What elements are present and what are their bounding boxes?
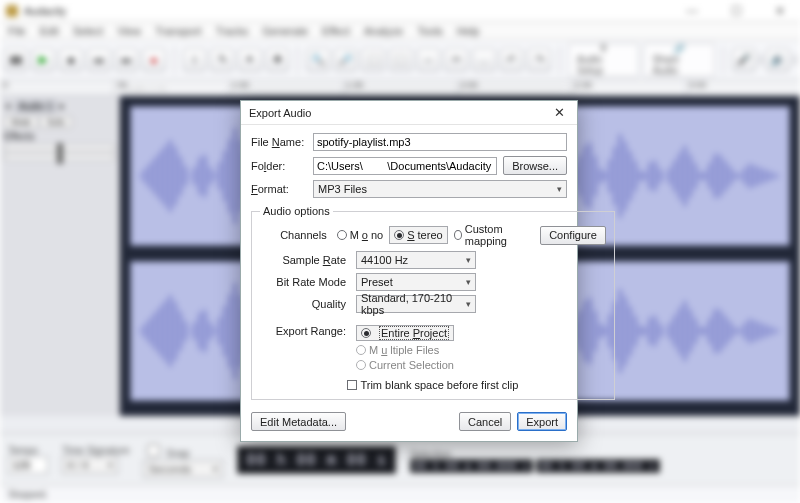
tick: 3:00 xyxy=(686,80,800,95)
zoom-toggle-button[interactable]: ↔ xyxy=(417,48,441,72)
chevron-down-icon: ▾ xyxy=(466,277,471,287)
range-multiple-radio[interactable]: Multiple Files xyxy=(356,344,454,356)
tool-envelope[interactable]: ✎ xyxy=(210,48,234,72)
range-entire-radio[interactable]: Entire Project xyxy=(356,325,454,341)
track-header[interactable]: ✕ Audio 1 ▾ MuteSolo Effects xyxy=(0,96,120,416)
tick: 2:30 xyxy=(571,80,685,95)
share-audio-button[interactable]: 🔗Share Audio xyxy=(643,43,715,77)
trim-blank-checkbox[interactable]: Trim blank space before first clip xyxy=(347,379,518,391)
gain-slider[interactable] xyxy=(4,145,115,151)
tool-draw[interactable]: ✦ xyxy=(238,48,262,72)
export-button[interactable]: Export xyxy=(517,412,567,431)
folder-label: Folder: xyxy=(251,160,307,172)
mute-button[interactable]: Mute xyxy=(4,116,38,128)
quality-select[interactable]: Standard, 170-210 kbps▾ xyxy=(356,295,476,313)
menu-help[interactable]: Help xyxy=(457,25,480,37)
clip-label[interactable]: Audio 1 #1 xyxy=(120,84,171,94)
play-meter-icon[interactable]: 🔊 xyxy=(766,48,790,72)
filename-input[interactable] xyxy=(313,133,567,151)
menu-tracks[interactable]: Tracks xyxy=(216,25,249,37)
tick: 0 xyxy=(0,80,114,95)
selection-end[interactable]: 00 h 00 m 00.000 s xyxy=(536,459,660,473)
format-label: Format: xyxy=(251,183,307,195)
browse-button[interactable]: Browse... xyxy=(503,156,567,175)
rec-meter-icon[interactable]: 🎤 xyxy=(732,48,756,72)
snap-select[interactable]: Seconds▾ xyxy=(143,460,223,478)
recording-meter[interactable] xyxy=(760,55,762,65)
toolbar: ▮▮ ▶ ■ ⏮ ⏭ ● I ✎ ✦ ✚ 🔍 🔎 ⛶ ⛶ ↔ ✂ … ↶ ↷ 🎙… xyxy=(0,40,800,80)
dialog-close-icon[interactable]: ✕ xyxy=(549,105,569,120)
edit-metadata-button[interactable]: Edit Metadata... xyxy=(251,412,346,431)
chevron-down-icon: ▾ xyxy=(466,255,471,265)
minimize-button[interactable]: — xyxy=(678,4,706,18)
channels-stereo-radio[interactable]: Stereo xyxy=(389,226,447,244)
quality-label: Quality xyxy=(260,298,350,310)
playback-meter[interactable] xyxy=(794,55,796,65)
track-menu-icon[interactable]: ▾ xyxy=(59,101,64,112)
folder-input[interactable] xyxy=(313,157,497,175)
close-button[interactable]: ✕ xyxy=(766,4,794,18)
export-audio-dialog: Export Audio ✕ File Name: Folder: Browse… xyxy=(240,100,578,442)
bitratemode-label: Bit Rate Mode xyxy=(260,276,350,288)
menu-file[interactable]: File xyxy=(8,25,26,37)
maximize-button[interactable]: ☐ xyxy=(722,4,750,18)
tick: 2:00 xyxy=(457,80,571,95)
menu-view[interactable]: View xyxy=(117,25,141,37)
format-select[interactable]: MP3 Files▾ xyxy=(313,180,567,198)
menubar: File Edit Select View Transport Tracks G… xyxy=(0,22,800,40)
snap-label: Snap xyxy=(166,448,189,459)
tool-multi[interactable]: ✚ xyxy=(266,48,290,72)
audio-options-legend: Audio options xyxy=(260,205,333,217)
record-button[interactable]: ● xyxy=(142,48,166,72)
pause-button[interactable]: ▮▮ xyxy=(4,48,28,72)
tempo-input[interactable] xyxy=(8,456,48,474)
range-current-radio[interactable]: Current Selection xyxy=(356,359,454,371)
menu-select[interactable]: Select xyxy=(73,25,104,37)
tempo-label: Tempo xyxy=(8,445,38,456)
tool-selection[interactable]: I xyxy=(183,48,207,72)
skip-end-button[interactable]: ⏭ xyxy=(115,48,139,72)
menu-transport[interactable]: Transport xyxy=(155,25,202,37)
zoom-in-button[interactable]: 🔍 xyxy=(306,48,330,72)
configure-button[interactable]: Configure xyxy=(540,226,606,245)
channels-mono-radio[interactable]: Mono xyxy=(337,229,384,241)
time-display[interactable]: 00 h 00 m 00 s xyxy=(237,446,395,474)
snap-checkbox[interactable] xyxy=(147,444,160,457)
audio-setup-button[interactable]: 🎙Audio Setup xyxy=(568,43,640,77)
trim-button[interactable]: ✂ xyxy=(444,48,468,72)
cancel-button[interactable]: Cancel xyxy=(459,412,511,431)
effects-label: Effects xyxy=(4,131,115,142)
timesig-select[interactable]: 4 / 4▾ xyxy=(62,456,118,474)
selection-start[interactable]: 00 h 00 m 00.000 s xyxy=(410,459,534,473)
channels-custom-radio[interactable]: Custom mapping xyxy=(454,223,529,247)
samplerate-select[interactable]: 44100 Hz▾ xyxy=(356,251,476,269)
app-title: Audacity xyxy=(24,5,678,17)
menu-effect[interactable]: Effect xyxy=(322,25,350,37)
solo-button[interactable]: Solo xyxy=(40,116,72,128)
samplerate-label: Sample Rate xyxy=(260,254,350,266)
silence-button[interactable]: … xyxy=(472,48,496,72)
bitratemode-select[interactable]: Preset▾ xyxy=(356,273,476,291)
export-range-label: Export Range: xyxy=(260,325,350,337)
undo-button[interactable]: ↶ xyxy=(500,48,524,72)
dialog-titlebar[interactable]: Export Audio ✕ xyxy=(241,101,577,125)
skip-start-button[interactable]: ⏮ xyxy=(87,48,111,72)
menu-generate[interactable]: Generate xyxy=(262,25,308,37)
redo-button[interactable]: ↷ xyxy=(527,48,551,72)
pan-slider[interactable] xyxy=(4,154,115,160)
stop-button[interactable]: ■ xyxy=(59,48,83,72)
timesig-label: Time Signature xyxy=(62,445,129,456)
chevron-down-icon: ▾ xyxy=(557,184,562,194)
track-close-icon[interactable]: ✕ xyxy=(4,101,12,112)
menu-edit[interactable]: Edit xyxy=(40,25,59,37)
menu-tools[interactable]: Tools xyxy=(417,25,443,37)
fit-project-button[interactable]: ⛶ xyxy=(389,48,413,72)
titlebar: Audacity — ☐ ✕ xyxy=(0,0,800,22)
fit-selection-button[interactable]: ⛶ xyxy=(361,48,385,72)
audio-options-group: Audio options Channels Mono Stereo Custo… xyxy=(251,205,615,400)
play-button[interactable]: ▶ xyxy=(32,48,56,72)
track-name[interactable]: Audio 1 xyxy=(15,100,57,113)
menu-analyze[interactable]: Analyze xyxy=(364,25,403,37)
filename-label: File Name: xyxy=(251,136,307,148)
zoom-out-button[interactable]: 🔎 xyxy=(334,48,358,72)
